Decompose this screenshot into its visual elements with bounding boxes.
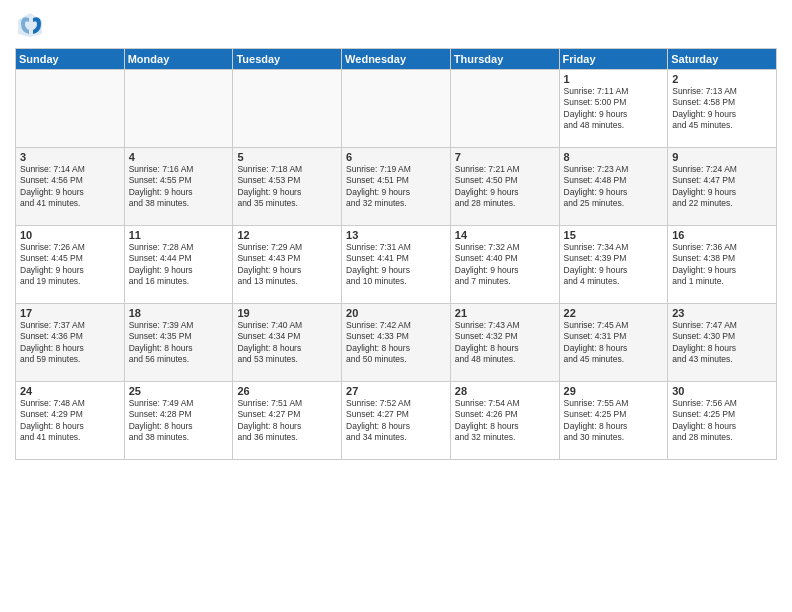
- calendar-cell: [342, 70, 451, 148]
- day-info: Sunrise: 7:21 AM Sunset: 4:50 PM Dayligh…: [455, 164, 555, 210]
- calendar-cell: 29Sunrise: 7:55 AM Sunset: 4:25 PM Dayli…: [559, 382, 668, 460]
- header: [15, 10, 777, 40]
- day-number: 7: [455, 151, 555, 163]
- day-number: 28: [455, 385, 555, 397]
- day-info: Sunrise: 7:37 AM Sunset: 4:36 PM Dayligh…: [20, 320, 120, 366]
- calendar-cell: 5Sunrise: 7:18 AM Sunset: 4:53 PM Daylig…: [233, 148, 342, 226]
- calendar-cell: 3Sunrise: 7:14 AM Sunset: 4:56 PM Daylig…: [16, 148, 125, 226]
- day-number: 10: [20, 229, 120, 241]
- calendar-cell: 28Sunrise: 7:54 AM Sunset: 4:26 PM Dayli…: [450, 382, 559, 460]
- day-info: Sunrise: 7:31 AM Sunset: 4:41 PM Dayligh…: [346, 242, 446, 288]
- day-number: 16: [672, 229, 772, 241]
- day-number: 11: [129, 229, 229, 241]
- calendar-cell: 12Sunrise: 7:29 AM Sunset: 4:43 PM Dayli…: [233, 226, 342, 304]
- day-number: 8: [564, 151, 664, 163]
- day-info: Sunrise: 7:16 AM Sunset: 4:55 PM Dayligh…: [129, 164, 229, 210]
- calendar-cell: 7Sunrise: 7:21 AM Sunset: 4:50 PM Daylig…: [450, 148, 559, 226]
- calendar-cell: [124, 70, 233, 148]
- day-info: Sunrise: 7:18 AM Sunset: 4:53 PM Dayligh…: [237, 164, 337, 210]
- day-info: Sunrise: 7:36 AM Sunset: 4:38 PM Dayligh…: [672, 242, 772, 288]
- calendar-cell: 23Sunrise: 7:47 AM Sunset: 4:30 PM Dayli…: [668, 304, 777, 382]
- day-number: 23: [672, 307, 772, 319]
- day-info: Sunrise: 7:34 AM Sunset: 4:39 PM Dayligh…: [564, 242, 664, 288]
- day-info: Sunrise: 7:23 AM Sunset: 4:48 PM Dayligh…: [564, 164, 664, 210]
- day-info: Sunrise: 7:51 AM Sunset: 4:27 PM Dayligh…: [237, 398, 337, 444]
- day-number: 25: [129, 385, 229, 397]
- day-info: Sunrise: 7:40 AM Sunset: 4:34 PM Dayligh…: [237, 320, 337, 366]
- day-number: 27: [346, 385, 446, 397]
- calendar-week-5: 24Sunrise: 7:48 AM Sunset: 4:29 PM Dayli…: [16, 382, 777, 460]
- calendar-week-3: 10Sunrise: 7:26 AM Sunset: 4:45 PM Dayli…: [16, 226, 777, 304]
- calendar-cell: 25Sunrise: 7:49 AM Sunset: 4:28 PM Dayli…: [124, 382, 233, 460]
- day-info: Sunrise: 7:48 AM Sunset: 4:29 PM Dayligh…: [20, 398, 120, 444]
- day-number: 21: [455, 307, 555, 319]
- calendar-week-2: 3Sunrise: 7:14 AM Sunset: 4:56 PM Daylig…: [16, 148, 777, 226]
- calendar-header-wednesday: Wednesday: [342, 49, 451, 70]
- calendar-header-friday: Friday: [559, 49, 668, 70]
- day-info: Sunrise: 7:45 AM Sunset: 4:31 PM Dayligh…: [564, 320, 664, 366]
- calendar-cell: 15Sunrise: 7:34 AM Sunset: 4:39 PM Dayli…: [559, 226, 668, 304]
- day-info: Sunrise: 7:52 AM Sunset: 4:27 PM Dayligh…: [346, 398, 446, 444]
- calendar-header-row: SundayMondayTuesdayWednesdayThursdayFrid…: [16, 49, 777, 70]
- day-number: 15: [564, 229, 664, 241]
- day-info: Sunrise: 7:55 AM Sunset: 4:25 PM Dayligh…: [564, 398, 664, 444]
- calendar-cell: 17Sunrise: 7:37 AM Sunset: 4:36 PM Dayli…: [16, 304, 125, 382]
- day-info: Sunrise: 7:19 AM Sunset: 4:51 PM Dayligh…: [346, 164, 446, 210]
- calendar-week-1: 1Sunrise: 7:11 AM Sunset: 5:00 PM Daylig…: [16, 70, 777, 148]
- day-info: Sunrise: 7:47 AM Sunset: 4:30 PM Dayligh…: [672, 320, 772, 366]
- day-number: 22: [564, 307, 664, 319]
- calendar-cell: 19Sunrise: 7:40 AM Sunset: 4:34 PM Dayli…: [233, 304, 342, 382]
- day-number: 13: [346, 229, 446, 241]
- calendar-cell: 2Sunrise: 7:13 AM Sunset: 4:58 PM Daylig…: [668, 70, 777, 148]
- calendar-header-saturday: Saturday: [668, 49, 777, 70]
- calendar-cell: [16, 70, 125, 148]
- calendar-cell: 26Sunrise: 7:51 AM Sunset: 4:27 PM Dayli…: [233, 382, 342, 460]
- day-number: 3: [20, 151, 120, 163]
- calendar-cell: [233, 70, 342, 148]
- calendar-cell: 24Sunrise: 7:48 AM Sunset: 4:29 PM Dayli…: [16, 382, 125, 460]
- day-info: Sunrise: 7:49 AM Sunset: 4:28 PM Dayligh…: [129, 398, 229, 444]
- calendar: SundayMondayTuesdayWednesdayThursdayFrid…: [15, 48, 777, 460]
- day-number: 14: [455, 229, 555, 241]
- day-info: Sunrise: 7:43 AM Sunset: 4:32 PM Dayligh…: [455, 320, 555, 366]
- calendar-cell: 6Sunrise: 7:19 AM Sunset: 4:51 PM Daylig…: [342, 148, 451, 226]
- calendar-cell: 8Sunrise: 7:23 AM Sunset: 4:48 PM Daylig…: [559, 148, 668, 226]
- day-number: 9: [672, 151, 772, 163]
- logo: [15, 10, 47, 40]
- day-number: 17: [20, 307, 120, 319]
- day-number: 24: [20, 385, 120, 397]
- day-number: 5: [237, 151, 337, 163]
- calendar-cell: 21Sunrise: 7:43 AM Sunset: 4:32 PM Dayli…: [450, 304, 559, 382]
- calendar-cell: [450, 70, 559, 148]
- day-number: 6: [346, 151, 446, 163]
- calendar-cell: 11Sunrise: 7:28 AM Sunset: 4:44 PM Dayli…: [124, 226, 233, 304]
- calendar-header-sunday: Sunday: [16, 49, 125, 70]
- day-info: Sunrise: 7:28 AM Sunset: 4:44 PM Dayligh…: [129, 242, 229, 288]
- day-info: Sunrise: 7:42 AM Sunset: 4:33 PM Dayligh…: [346, 320, 446, 366]
- calendar-cell: 18Sunrise: 7:39 AM Sunset: 4:35 PM Dayli…: [124, 304, 233, 382]
- day-info: Sunrise: 7:32 AM Sunset: 4:40 PM Dayligh…: [455, 242, 555, 288]
- day-info: Sunrise: 7:29 AM Sunset: 4:43 PM Dayligh…: [237, 242, 337, 288]
- calendar-week-4: 17Sunrise: 7:37 AM Sunset: 4:36 PM Dayli…: [16, 304, 777, 382]
- day-info: Sunrise: 7:39 AM Sunset: 4:35 PM Dayligh…: [129, 320, 229, 366]
- day-info: Sunrise: 7:13 AM Sunset: 4:58 PM Dayligh…: [672, 86, 772, 132]
- day-number: 29: [564, 385, 664, 397]
- calendar-cell: 10Sunrise: 7:26 AM Sunset: 4:45 PM Dayli…: [16, 226, 125, 304]
- day-number: 12: [237, 229, 337, 241]
- calendar-cell: 20Sunrise: 7:42 AM Sunset: 4:33 PM Dayli…: [342, 304, 451, 382]
- calendar-cell: 27Sunrise: 7:52 AM Sunset: 4:27 PM Dayli…: [342, 382, 451, 460]
- day-info: Sunrise: 7:11 AM Sunset: 5:00 PM Dayligh…: [564, 86, 664, 132]
- calendar-cell: 13Sunrise: 7:31 AM Sunset: 4:41 PM Dayli…: [342, 226, 451, 304]
- calendar-cell: 1Sunrise: 7:11 AM Sunset: 5:00 PM Daylig…: [559, 70, 668, 148]
- day-number: 2: [672, 73, 772, 85]
- calendar-header-tuesday: Tuesday: [233, 49, 342, 70]
- day-info: Sunrise: 7:56 AM Sunset: 4:25 PM Dayligh…: [672, 398, 772, 444]
- day-number: 19: [237, 307, 337, 319]
- day-number: 26: [237, 385, 337, 397]
- day-info: Sunrise: 7:14 AM Sunset: 4:56 PM Dayligh…: [20, 164, 120, 210]
- day-info: Sunrise: 7:54 AM Sunset: 4:26 PM Dayligh…: [455, 398, 555, 444]
- day-number: 18: [129, 307, 229, 319]
- calendar-header-thursday: Thursday: [450, 49, 559, 70]
- calendar-cell: 9Sunrise: 7:24 AM Sunset: 4:47 PM Daylig…: [668, 148, 777, 226]
- day-number: 20: [346, 307, 446, 319]
